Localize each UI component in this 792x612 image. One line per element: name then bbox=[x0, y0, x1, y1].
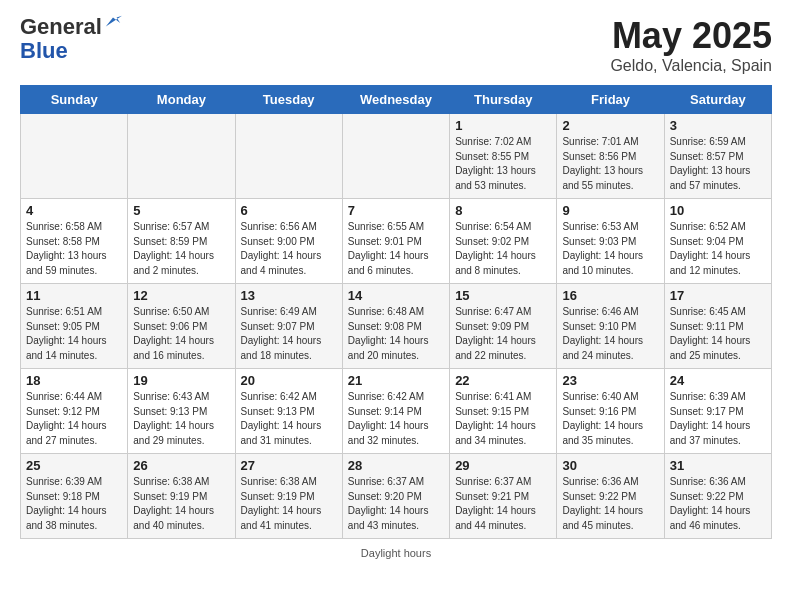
logo-blue-text: Blue bbox=[20, 39, 122, 63]
day-info: Sunrise: 6:51 AM Sunset: 9:05 PM Dayligh… bbox=[26, 305, 122, 363]
calendar-week-row: 4Sunrise: 6:58 AM Sunset: 8:58 PM Daylig… bbox=[21, 199, 772, 284]
day-number: 3 bbox=[670, 118, 766, 133]
calendar-cell: 19Sunrise: 6:43 AM Sunset: 9:13 PM Dayli… bbox=[128, 369, 235, 454]
calendar-cell: 3Sunrise: 6:59 AM Sunset: 8:57 PM Daylig… bbox=[664, 114, 771, 199]
calendar-cell: 6Sunrise: 6:56 AM Sunset: 9:00 PM Daylig… bbox=[235, 199, 342, 284]
calendar-cell: 10Sunrise: 6:52 AM Sunset: 9:04 PM Dayli… bbox=[664, 199, 771, 284]
calendar-cell bbox=[21, 114, 128, 199]
calendar-week-row: 25Sunrise: 6:39 AM Sunset: 9:18 PM Dayli… bbox=[21, 454, 772, 539]
day-info: Sunrise: 7:01 AM Sunset: 8:56 PM Dayligh… bbox=[562, 135, 658, 193]
calendar-header-row: SundayMondayTuesdayWednesdayThursdayFrid… bbox=[21, 86, 772, 114]
day-number: 9 bbox=[562, 203, 658, 218]
day-info: Sunrise: 7:02 AM Sunset: 8:55 PM Dayligh… bbox=[455, 135, 551, 193]
day-number: 29 bbox=[455, 458, 551, 473]
calendar-cell: 4Sunrise: 6:58 AM Sunset: 8:58 PM Daylig… bbox=[21, 199, 128, 284]
svg-marker-0 bbox=[106, 16, 122, 27]
calendar-cell: 31Sunrise: 6:36 AM Sunset: 9:22 PM Dayli… bbox=[664, 454, 771, 539]
day-number: 25 bbox=[26, 458, 122, 473]
day-info: Sunrise: 6:42 AM Sunset: 9:13 PM Dayligh… bbox=[241, 390, 337, 448]
day-number: 18 bbox=[26, 373, 122, 388]
calendar-cell: 2Sunrise: 7:01 AM Sunset: 8:56 PM Daylig… bbox=[557, 114, 664, 199]
calendar-day-header: Wednesday bbox=[342, 86, 449, 114]
day-info: Sunrise: 6:41 AM Sunset: 9:15 PM Dayligh… bbox=[455, 390, 551, 448]
day-info: Sunrise: 6:38 AM Sunset: 9:19 PM Dayligh… bbox=[133, 475, 229, 533]
calendar-week-row: 1Sunrise: 7:02 AM Sunset: 8:55 PM Daylig… bbox=[21, 114, 772, 199]
day-number: 21 bbox=[348, 373, 444, 388]
calendar-cell: 15Sunrise: 6:47 AM Sunset: 9:09 PM Dayli… bbox=[450, 284, 557, 369]
calendar-day-header: Tuesday bbox=[235, 86, 342, 114]
day-info: Sunrise: 6:37 AM Sunset: 9:21 PM Dayligh… bbox=[455, 475, 551, 533]
day-number: 10 bbox=[670, 203, 766, 218]
calendar-cell: 8Sunrise: 6:54 AM Sunset: 9:02 PM Daylig… bbox=[450, 199, 557, 284]
day-number: 23 bbox=[562, 373, 658, 388]
calendar-cell: 25Sunrise: 6:39 AM Sunset: 9:18 PM Dayli… bbox=[21, 454, 128, 539]
day-number: 11 bbox=[26, 288, 122, 303]
calendar-cell: 12Sunrise: 6:50 AM Sunset: 9:06 PM Dayli… bbox=[128, 284, 235, 369]
day-info: Sunrise: 6:39 AM Sunset: 9:17 PM Dayligh… bbox=[670, 390, 766, 448]
calendar-day-header: Thursday bbox=[450, 86, 557, 114]
calendar-cell: 22Sunrise: 6:41 AM Sunset: 9:15 PM Dayli… bbox=[450, 369, 557, 454]
day-number: 28 bbox=[348, 458, 444, 473]
calendar-cell bbox=[128, 114, 235, 199]
day-info: Sunrise: 6:45 AM Sunset: 9:11 PM Dayligh… bbox=[670, 305, 766, 363]
day-info: Sunrise: 6:53 AM Sunset: 9:03 PM Dayligh… bbox=[562, 220, 658, 278]
calendar-cell: 18Sunrise: 6:44 AM Sunset: 9:12 PM Dayli… bbox=[21, 369, 128, 454]
day-info: Sunrise: 6:36 AM Sunset: 9:22 PM Dayligh… bbox=[562, 475, 658, 533]
day-info: Sunrise: 6:58 AM Sunset: 8:58 PM Dayligh… bbox=[26, 220, 122, 278]
day-number: 27 bbox=[241, 458, 337, 473]
calendar-cell: 11Sunrise: 6:51 AM Sunset: 9:05 PM Dayli… bbox=[21, 284, 128, 369]
calendar-cell: 28Sunrise: 6:37 AM Sunset: 9:20 PM Dayli… bbox=[342, 454, 449, 539]
day-number: 4 bbox=[26, 203, 122, 218]
day-number: 19 bbox=[133, 373, 229, 388]
day-number: 8 bbox=[455, 203, 551, 218]
day-info: Sunrise: 6:37 AM Sunset: 9:20 PM Dayligh… bbox=[348, 475, 444, 533]
day-info: Sunrise: 6:44 AM Sunset: 9:12 PM Dayligh… bbox=[26, 390, 122, 448]
day-number: 5 bbox=[133, 203, 229, 218]
day-number: 15 bbox=[455, 288, 551, 303]
day-info: Sunrise: 6:38 AM Sunset: 9:19 PM Dayligh… bbox=[241, 475, 337, 533]
calendar-week-row: 18Sunrise: 6:44 AM Sunset: 9:12 PM Dayli… bbox=[21, 369, 772, 454]
day-info: Sunrise: 6:36 AM Sunset: 9:22 PM Dayligh… bbox=[670, 475, 766, 533]
calendar-table: SundayMondayTuesdayWednesdayThursdayFrid… bbox=[20, 85, 772, 539]
day-number: 7 bbox=[348, 203, 444, 218]
calendar-cell: 7Sunrise: 6:55 AM Sunset: 9:01 PM Daylig… bbox=[342, 199, 449, 284]
calendar-cell: 27Sunrise: 6:38 AM Sunset: 9:19 PM Dayli… bbox=[235, 454, 342, 539]
calendar-cell: 13Sunrise: 6:49 AM Sunset: 9:07 PM Dayli… bbox=[235, 284, 342, 369]
calendar-cell: 14Sunrise: 6:48 AM Sunset: 9:08 PM Dayli… bbox=[342, 284, 449, 369]
day-info: Sunrise: 6:54 AM Sunset: 9:02 PM Dayligh… bbox=[455, 220, 551, 278]
day-number: 24 bbox=[670, 373, 766, 388]
calendar-day-header: Sunday bbox=[21, 86, 128, 114]
calendar-day-header: Saturday bbox=[664, 86, 771, 114]
day-number: 14 bbox=[348, 288, 444, 303]
day-number: 12 bbox=[133, 288, 229, 303]
day-info: Sunrise: 6:56 AM Sunset: 9:00 PM Dayligh… bbox=[241, 220, 337, 278]
calendar-day-header: Friday bbox=[557, 86, 664, 114]
day-info: Sunrise: 6:59 AM Sunset: 8:57 PM Dayligh… bbox=[670, 135, 766, 193]
day-info: Sunrise: 6:48 AM Sunset: 9:08 PM Dayligh… bbox=[348, 305, 444, 363]
calendar-cell: 24Sunrise: 6:39 AM Sunset: 9:17 PM Dayli… bbox=[664, 369, 771, 454]
logo-bird-icon bbox=[104, 14, 122, 32]
calendar-cell: 23Sunrise: 6:40 AM Sunset: 9:16 PM Dayli… bbox=[557, 369, 664, 454]
day-info: Sunrise: 6:50 AM Sunset: 9:06 PM Dayligh… bbox=[133, 305, 229, 363]
day-info: Sunrise: 6:52 AM Sunset: 9:04 PM Dayligh… bbox=[670, 220, 766, 278]
calendar-cell: 16Sunrise: 6:46 AM Sunset: 9:10 PM Dayli… bbox=[557, 284, 664, 369]
calendar-cell: 29Sunrise: 6:37 AM Sunset: 9:21 PM Dayli… bbox=[450, 454, 557, 539]
day-info: Sunrise: 6:43 AM Sunset: 9:13 PM Dayligh… bbox=[133, 390, 229, 448]
day-number: 26 bbox=[133, 458, 229, 473]
calendar-cell: 26Sunrise: 6:38 AM Sunset: 9:19 PM Dayli… bbox=[128, 454, 235, 539]
calendar-cell: 20Sunrise: 6:42 AM Sunset: 9:13 PM Dayli… bbox=[235, 369, 342, 454]
day-number: 22 bbox=[455, 373, 551, 388]
calendar-cell: 30Sunrise: 6:36 AM Sunset: 9:22 PM Dayli… bbox=[557, 454, 664, 539]
day-info: Sunrise: 6:46 AM Sunset: 9:10 PM Dayligh… bbox=[562, 305, 658, 363]
day-info: Sunrise: 6:40 AM Sunset: 9:16 PM Dayligh… bbox=[562, 390, 658, 448]
page-title: May 2025 bbox=[610, 15, 772, 57]
header: General Blue May 2025 Geldo, Valencia, S… bbox=[20, 15, 772, 75]
calendar-day-header: Monday bbox=[128, 86, 235, 114]
page-subtitle: Geldo, Valencia, Spain bbox=[610, 57, 772, 75]
day-number: 2 bbox=[562, 118, 658, 133]
calendar-cell: 1Sunrise: 7:02 AM Sunset: 8:55 PM Daylig… bbox=[450, 114, 557, 199]
day-info: Sunrise: 6:39 AM Sunset: 9:18 PM Dayligh… bbox=[26, 475, 122, 533]
day-number: 16 bbox=[562, 288, 658, 303]
calendar-cell: 21Sunrise: 6:42 AM Sunset: 9:14 PM Dayli… bbox=[342, 369, 449, 454]
logo: General Blue bbox=[20, 15, 122, 63]
